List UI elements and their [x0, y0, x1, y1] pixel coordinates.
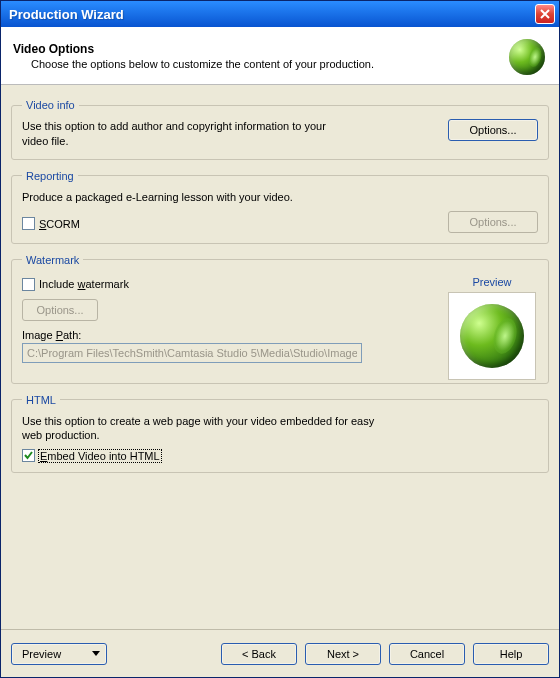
chevron-down-icon: [92, 651, 100, 656]
preview-button[interactable]: Preview: [11, 643, 107, 665]
embed-html-row[interactable]: Embed Video into HTML: [22, 449, 538, 462]
wizard-header: Video Options Choose the options below t…: [1, 27, 559, 85]
close-icon: [540, 9, 550, 19]
image-path-label: Image Path:: [22, 329, 362, 341]
video-info-legend: Video info: [22, 99, 79, 111]
include-watermark-row[interactable]: Include watermark: [22, 278, 362, 291]
reporting-legend: Reporting: [22, 170, 78, 182]
next-button[interactable]: Next >: [305, 643, 381, 665]
include-watermark-checkbox[interactable]: [22, 278, 35, 291]
html-legend: HTML: [22, 394, 60, 406]
help-button[interactable]: Help: [473, 643, 549, 665]
back-button[interactable]: < Back: [221, 643, 297, 665]
reporting-group: Reporting Produce a packaged e-Learning …: [11, 170, 549, 244]
checkmark-icon: [23, 450, 34, 461]
sphere-icon: [509, 39, 545, 75]
scorm-checkbox-row[interactable]: SCORM: [22, 217, 80, 230]
watermark-legend: Watermark: [22, 254, 83, 266]
preview-frame: [448, 292, 536, 380]
html-group: HTML Use this option to create a web pag…: [11, 394, 549, 474]
include-watermark-label: Include watermark: [39, 278, 129, 290]
page-subtitle: Choose the options below to customize th…: [31, 57, 374, 72]
titlebar: Production Wizard: [1, 1, 559, 27]
image-path-input: [22, 343, 362, 363]
scorm-label: SCORM: [39, 218, 80, 230]
content-area: Video info Use this option to add author…: [1, 85, 559, 629]
page-title: Video Options: [13, 41, 374, 57]
product-logo: [507, 37, 547, 77]
preview-label: Preview: [448, 276, 536, 288]
watermark-group: Watermark Include watermark Options... I…: [11, 254, 549, 384]
video-info-desc: Use this option to add author and copyri…: [22, 119, 342, 149]
video-info-group: Video info Use this option to add author…: [11, 99, 549, 160]
html-desc: Use this option to create a web page wit…: [22, 414, 382, 444]
sphere-icon: [460, 304, 524, 368]
reporting-options-button: Options...: [448, 211, 538, 233]
wizard-window: Production Wizard Video Options Choose t…: [0, 0, 560, 678]
close-button[interactable]: [535, 4, 555, 24]
scorm-checkbox[interactable]: [22, 217, 35, 230]
embed-html-checkbox[interactable]: [22, 449, 35, 462]
watermark-options-button: Options...: [22, 299, 98, 321]
window-title: Production Wizard: [9, 7, 124, 22]
header-text: Video Options Choose the options below t…: [13, 41, 374, 72]
cancel-button[interactable]: Cancel: [389, 643, 465, 665]
video-info-options-button[interactable]: Options...: [448, 119, 538, 141]
reporting-desc: Produce a packaged e-Learning lesson wit…: [22, 190, 538, 205]
embed-html-label: Embed Video into HTML: [39, 450, 161, 462]
nav-buttons: < Back Next > Cancel Help: [221, 643, 549, 665]
preview-button-label: Preview: [22, 648, 61, 660]
wizard-footer: Preview < Back Next > Cancel Help: [1, 629, 559, 677]
watermark-preview: Preview: [448, 276, 536, 380]
